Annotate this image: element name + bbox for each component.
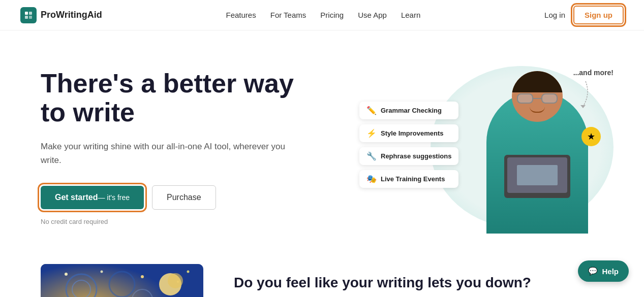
nav-actions: Log in Sign up <box>544 6 624 24</box>
rephrase-label: Rephrase suggestions <box>381 152 451 160</box>
nav-for-teams[interactable]: For Teams <box>270 11 306 19</box>
tag-rephrase: 🔧 Rephrase suggestions <box>359 147 458 165</box>
get-started-sub: — it's free <box>98 193 130 202</box>
rephrase-icon: 🔧 <box>366 151 377 161</box>
feature-tags: ✏️ Grammar Checking ⚡ Style Improvements… <box>359 102 458 188</box>
hero-title: There's a better way to write <box>41 69 295 127</box>
svg-rect-3 <box>29 16 32 19</box>
svg-rect-2 <box>25 16 28 19</box>
hero-section: There's a better way to write Make your … <box>0 30 644 254</box>
more-label: ...and more! <box>573 69 614 77</box>
navbar: ProWritingAid Features For Teams Pricing… <box>0 0 644 30</box>
bottom-title: Do you feel like your writing lets you d… <box>234 274 603 291</box>
art-preview <box>41 264 203 297</box>
tag-style: ⚡ Style Improvements <box>359 124 458 142</box>
tag-training: 🎭 Live Training Events <box>359 170 458 188</box>
logo-icon <box>20 7 37 23</box>
no-credit-text: No credit card required <box>41 218 295 225</box>
get-started-main: Get started <box>55 193 98 202</box>
help-icon: 💬 <box>588 267 598 276</box>
svg-marker-4 <box>580 105 586 108</box>
help-button[interactable]: 💬 Help <box>578 260 629 282</box>
help-label: Help <box>602 267 619 276</box>
hero-subtitle: Make your writing shine with our all-in-… <box>41 140 295 167</box>
hero-buttons: Get started— it's free Purchase <box>41 185 295 210</box>
hero-left: There's a better way to write Make your … <box>41 69 295 225</box>
svg-rect-0 <box>25 12 28 15</box>
svg-rect-1 <box>29 12 32 15</box>
style-icon: ⚡ <box>366 128 377 138</box>
svg-point-11 <box>101 271 103 273</box>
signup-button[interactable]: Sign up <box>573 6 624 24</box>
nav-pricing[interactable]: Pricing <box>320 11 344 19</box>
tag-grammar: ✏️ Grammar Checking <box>359 102 458 119</box>
star-badge: ★ <box>581 127 601 146</box>
style-label: Style Improvements <box>381 129 444 137</box>
nav-links: Features For Teams Pricing Use App Learn <box>226 11 421 19</box>
get-started-button[interactable]: Get started— it's free <box>41 186 144 209</box>
bottom-section: Do you feel like your writing lets you d… <box>0 254 644 297</box>
svg-point-14 <box>187 271 190 273</box>
login-link[interactable]: Log in <box>544 11 565 19</box>
training-label: Live Training Events <box>381 175 445 183</box>
grammar-icon: ✏️ <box>366 106 377 115</box>
svg-point-16 <box>168 273 183 288</box>
svg-point-12 <box>141 275 144 278</box>
training-icon: 🎭 <box>366 174 377 184</box>
bottom-image <box>41 264 203 297</box>
nav-features[interactable]: Features <box>226 11 256 19</box>
arrow-decoration <box>565 79 591 109</box>
purchase-button[interactable]: Purchase <box>152 185 216 210</box>
svg-point-10 <box>65 273 68 276</box>
nav-learn[interactable]: Learn <box>401 11 420 19</box>
logo[interactable]: ProWritingAid <box>20 7 102 23</box>
hero-illustration: ★ ...and more! ✏️ Grammar Checking ⚡ Sty… <box>359 61 624 234</box>
nav-use-app[interactable]: Use App <box>358 11 387 19</box>
brand-name: ProWritingAid <box>41 10 102 20</box>
bottom-right: Do you feel like your writing lets you d… <box>234 264 603 291</box>
grammar-label: Grammar Checking <box>381 107 442 114</box>
